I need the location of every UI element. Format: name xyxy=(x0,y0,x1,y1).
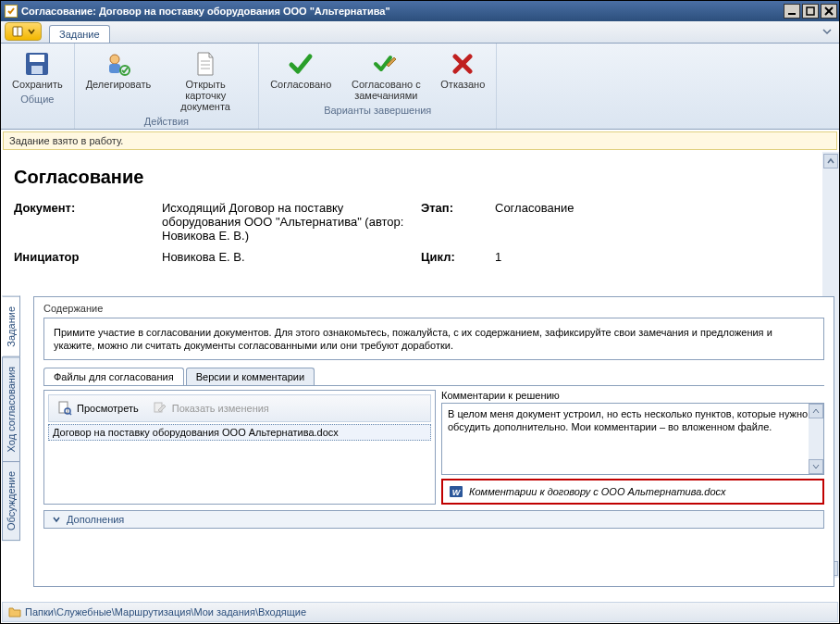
vertical-tabs: Задание Ход согласования Обсуждение xyxy=(2,296,20,540)
files-comments-row: Просмотреть Показать изменения Договор н… xyxy=(43,390,824,505)
approved-notes-label: Согласовано с замечаниями xyxy=(344,79,427,101)
breadcrumb-bar: Папки\Служебные\Маршрутизация\Мои задани… xyxy=(2,602,838,622)
svg-point-9 xyxy=(110,55,119,64)
comments-text: В целом меня документ устроил, но есть н… xyxy=(448,408,808,432)
check-icon xyxy=(286,49,315,79)
comments-column: Комментарии к решению В целом меня докум… xyxy=(441,390,824,505)
save-label: Сохранить xyxy=(12,79,63,90)
svg-rect-17 xyxy=(59,402,68,413)
show-changes-button: Показать изменения xyxy=(146,397,275,419)
comments-scrollbar[interactable] xyxy=(809,404,823,474)
svg-line-19 xyxy=(69,413,71,415)
word-icon: W xyxy=(449,484,463,499)
vtab-flow[interactable]: Ход согласования xyxy=(2,356,20,462)
status-bar: Задание взято в работу. xyxy=(3,131,837,150)
delegate-button[interactable]: Делегировать xyxy=(82,47,155,114)
approved-notes-button[interactable]: Согласовано с замечаниями xyxy=(340,47,431,103)
attachment-row[interactable]: W Комментарии к договору с ООО Альтернат… xyxy=(441,479,824,505)
cycle-value: 1 xyxy=(495,250,624,264)
ribbon-collapse-icon[interactable] xyxy=(821,25,834,38)
svg-rect-7 xyxy=(30,55,44,62)
group-general-label: Общие xyxy=(20,94,54,105)
attachment-name: Комментарии к договору с ООО Альтернатив… xyxy=(469,486,726,497)
scroll-up-icon[interactable] xyxy=(809,404,823,418)
scroll-up-icon[interactable] xyxy=(823,154,838,168)
scroll-down-icon[interactable] xyxy=(809,459,823,474)
comments-label: Комментарии к решению xyxy=(441,390,824,401)
tab-files[interactable]: Файлы для согласования xyxy=(43,368,184,385)
save-icon xyxy=(22,49,52,79)
instruction-text: Примите участие в согласовании документо… xyxy=(43,318,824,360)
svg-rect-1 xyxy=(807,7,814,15)
doc-label: Документ: xyxy=(14,201,162,243)
app-icon xyxy=(5,5,18,18)
section-label: Содержание xyxy=(43,303,824,314)
cross-icon xyxy=(448,49,477,79)
delegate-label: Делегировать xyxy=(86,79,152,90)
comments-textarea[interactable]: В целом меня документ устроил, но есть н… xyxy=(441,403,824,475)
show-changes-label: Показать изменения xyxy=(172,403,269,414)
vtab-discussion[interactable]: Обсуждение xyxy=(2,461,20,541)
close-button[interactable] xyxy=(821,4,837,19)
dropdown-icon xyxy=(28,28,35,35)
book-icon xyxy=(11,25,24,38)
tab-versions[interactable]: Версии и комментарии xyxy=(186,368,315,385)
initiator-label: Инициатор xyxy=(14,250,162,264)
folder-icon xyxy=(8,605,21,618)
additions-label: Дополнения xyxy=(67,514,124,525)
ribbon-group-actions: Делегировать Открыть карточку документа … xyxy=(75,44,260,129)
files-column: Просмотреть Показать изменения Договор н… xyxy=(43,390,436,505)
svg-rect-8 xyxy=(31,66,43,74)
approved-button[interactable]: Согласовано xyxy=(266,47,335,103)
initiator-value: Новикова Е. В. xyxy=(162,250,421,264)
additions-expander[interactable]: Дополнения xyxy=(43,510,824,529)
files-toolbar: Просмотреть Показать изменения xyxy=(48,394,431,422)
stage-value: Согласование xyxy=(495,201,624,243)
breadcrumb-text[interactable]: Папки\Служебные\Маршрутизация\Мои задани… xyxy=(25,606,306,618)
open-card-button[interactable]: Открыть карточку документа xyxy=(160,47,251,114)
menu-strip: Задание xyxy=(1,21,839,44)
page-title: Согласование xyxy=(14,167,809,188)
tab-task[interactable]: Задание xyxy=(49,25,110,43)
ribbon-group-completion: Согласовано Согласовано с замечаниями От… xyxy=(259,44,497,129)
inner-tabs: Файлы для согласования Версии и коммента… xyxy=(43,368,824,386)
save-button[interactable]: Сохранить xyxy=(8,47,67,92)
delegate-icon xyxy=(104,49,133,79)
rejected-button[interactable]: Отказано xyxy=(437,47,488,103)
open-card-label: Открыть карточку документа xyxy=(164,79,247,112)
stage-label: Этап: xyxy=(421,201,495,243)
doc-value: Исходящий Договор на поставку оборудован… xyxy=(162,201,421,243)
preview-button[interactable]: Просмотреть xyxy=(51,397,144,419)
vtab-task[interactable]: Задание xyxy=(2,296,20,357)
group-completion-label: Варианты завершения xyxy=(324,105,431,116)
preview-label: Просмотреть xyxy=(77,403,139,414)
cycle-label: Цикл: xyxy=(421,250,495,264)
check-pencil-icon xyxy=(371,49,401,79)
svg-rect-10 xyxy=(109,64,120,73)
chevron-down-icon xyxy=(52,515,61,524)
minimize-button[interactable] xyxy=(784,4,800,19)
title-bar: Согласование: Договор на поставку оборуд… xyxy=(1,1,839,21)
group-actions-label: Действия xyxy=(144,116,189,127)
window-title: Согласование: Договор на поставку оборуд… xyxy=(21,6,784,17)
maximize-button[interactable] xyxy=(802,4,819,19)
content-panel: Содержание Примите участие в согласовани… xyxy=(33,296,834,587)
changes-icon xyxy=(152,400,168,417)
ribbon: Сохранить Общие Делегировать Открыть кар… xyxy=(1,44,839,130)
document-icon xyxy=(191,49,220,79)
ribbon-group-general: Сохранить Общие xyxy=(1,44,75,129)
magnifier-icon xyxy=(56,400,73,417)
file-item[interactable]: Договор на поставку оборудования ООО Аль… xyxy=(48,424,431,441)
info-grid: Документ: Исходящий Договор на поставку … xyxy=(14,201,809,264)
quick-access-toolbar[interactable] xyxy=(5,22,42,41)
rejected-label: Отказано xyxy=(440,79,485,90)
approved-label: Согласовано xyxy=(270,79,331,90)
